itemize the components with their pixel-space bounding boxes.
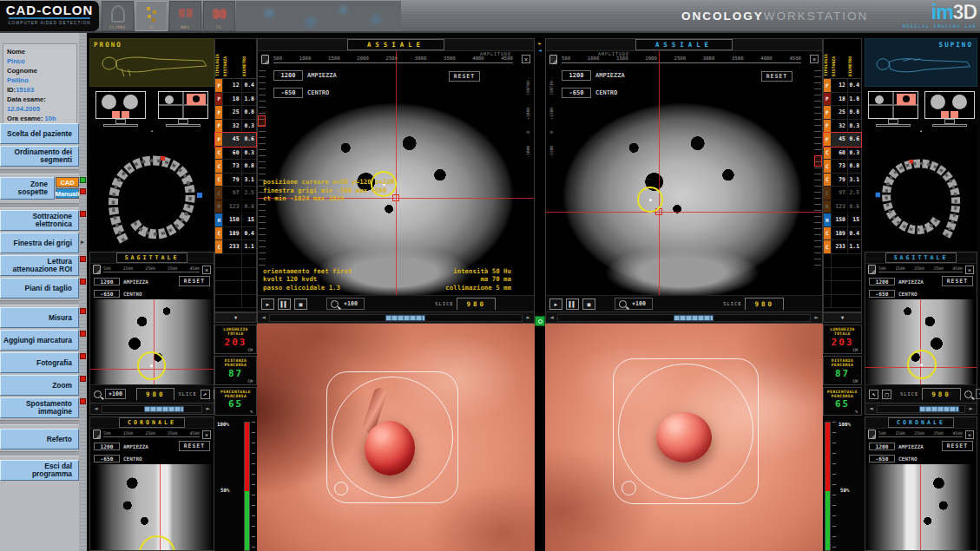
slice-value[interactable]: 980 <box>745 298 784 310</box>
mode-button-mri[interactable]: MRI <box>169 1 201 31</box>
mode-button-tc-mri[interactable]: TC/MRI <box>102 1 134 31</box>
table-row[interactable]: P 18 1.8 <box>824 93 861 107</box>
pause-icon[interactable]: ▌▌ <box>278 298 291 310</box>
close-icon[interactable]: × <box>522 55 530 63</box>
reset-button[interactable]: RESET <box>179 441 210 451</box>
slice-scrollbar[interactable]: ◄ ► <box>258 312 534 323</box>
table-row[interactable]: C 189 0.4 <box>824 227 861 241</box>
slice-scrollbar[interactable]: ◄ ► <box>546 312 822 323</box>
amplitude-ruler[interactable]: 50010001500200025003000350040004500 <box>562 56 801 63</box>
window-ruler[interactable]: 5001500250035004500 <box>103 431 200 437</box>
sidebar-button-zoom[interactable]: Zoom <box>0 375 79 396</box>
document-icon[interactable] <box>93 430 101 439</box>
play-icon[interactable]: ▶ <box>261 298 274 310</box>
sidebar-button-finestra-grigi[interactable]: Finestra dei grigi <box>0 233 79 253</box>
table-row[interactable]: C 60 0.3 <box>824 147 861 161</box>
reset-button[interactable]: RESET <box>761 71 793 82</box>
table-row[interactable]: F 25 0.8 <box>824 106 861 120</box>
scroll-thumb[interactable] <box>385 315 425 321</box>
document-icon[interactable] <box>868 430 876 439</box>
ampiezza-value[interactable]: 1200 <box>869 443 895 450</box>
centro-value[interactable]: -650 <box>562 88 591 98</box>
table-row[interactable]: C 233 1.1 <box>215 240 256 254</box>
pan-tool-icon[interactable]: ⬈ <box>201 390 210 399</box>
table-row[interactable]: F 45 0.6 <box>824 133 861 147</box>
sidebar-button-misura[interactable]: Misura <box>0 307 79 328</box>
mode-button-tc-lung[interactable]: TC <box>203 1 235 31</box>
sidebar-button-fotografia[interactable]: Fotografia <box>0 352 79 373</box>
document-icon[interactable] <box>549 55 557 64</box>
layout-monitor-split[interactable] <box>868 91 918 128</box>
table-row[interactable]: R 123 0.6 <box>215 200 256 214</box>
centro-value[interactable]: -650 <box>94 455 120 462</box>
zoom-plus-button[interactable]: +100 <box>326 298 365 310</box>
sidebar-button-sottrazione[interactable]: Sottrazione elettronica <box>0 210 79 231</box>
table-row[interactable]: C 73 0.8 <box>215 160 256 174</box>
zoom-plus-button[interactable]: +100 <box>105 389 126 399</box>
endoscopic-view-right[interactable] <box>545 324 823 551</box>
slice-value[interactable]: 980 <box>457 298 496 310</box>
pause-icon[interactable]: ▌▌ <box>566 298 579 310</box>
table-row[interactable]: P 18 1.8 <box>215 93 256 107</box>
table-scroll-down-button[interactable]: ▼ <box>214 312 257 323</box>
scroll-left-icon[interactable]: ◄ <box>865 405 877 412</box>
zone-sospette-cad-button[interactable]: CAD <box>56 177 79 187</box>
table-row[interactable]: C 79 3.1 <box>824 174 861 187</box>
scroll-right-icon[interactable]: ► <box>202 405 214 412</box>
scroll-thumb[interactable] <box>674 315 714 321</box>
table-row[interactable]: R 123 0.6 <box>824 200 861 214</box>
sidebar-button-esci[interactable]: Esci dal programma <box>0 460 79 481</box>
table-row[interactable]: F 12 0.4 <box>215 79 256 93</box>
scroll-left-icon[interactable]: ◄ <box>90 405 102 412</box>
slice-scrollbar[interactable]: ◄ ► <box>90 403 214 414</box>
colon-map-right[interactable] <box>865 132 977 250</box>
layout-monitor-quad[interactable] <box>95 91 146 128</box>
zoom-plus-button[interactable]: +100 <box>976 389 980 399</box>
play-icon[interactable]: ▶ <box>549 298 562 310</box>
endoscopic-view-left[interactable] <box>257 324 535 551</box>
table-row[interactable]: F 32 0.3 <box>824 120 861 134</box>
table-row[interactable]: C 73 0.8 <box>824 160 861 174</box>
window-tool-icon[interactable]: ▢ <box>882 390 891 399</box>
sidebar-button-referto[interactable]: Referto <box>0 429 79 449</box>
table-row[interactable]: C 79 3.1 <box>215 174 256 187</box>
table-row[interactable]: H 150 15 <box>824 213 861 227</box>
axial-ct-image[interactable] <box>555 69 810 295</box>
close-icon[interactable]: × <box>965 430 974 439</box>
sidebar-button-piani-taglio[interactable]: Piani di taglio <box>0 278 79 298</box>
sidebar-button-ordinamento-segmenti[interactable]: Ordinamento dei segmenti <box>0 146 79 167</box>
zoom-plus-button[interactable]: +100 <box>615 298 653 310</box>
stop-icon[interactable]: ■ <box>582 298 595 310</box>
swap-right-icon[interactable]: ◄ <box>535 47 545 53</box>
mode-button-tc-colon[interactable]: TC <box>135 1 168 31</box>
document-icon[interactable] <box>93 265 101 274</box>
table-row[interactable]: F 12 0.4 <box>824 79 861 93</box>
centro-value[interactable]: -650 <box>273 88 303 98</box>
table-row[interactable]: C 97 2.5 <box>215 187 256 200</box>
reset-button[interactable]: RESET <box>179 276 210 286</box>
scroll-left-icon[interactable]: ◄ <box>258 314 269 321</box>
table-row[interactable]: F 25 0.8 <box>215 106 256 120</box>
amplitude-ruler[interactable]: 50010001500200025003000350040004500 <box>273 56 513 63</box>
coronal-ct-image[interactable] <box>90 464 214 550</box>
table-row[interactable]: C 189 0.4 <box>215 227 256 241</box>
slice-value[interactable]: 980 <box>922 388 961 400</box>
document-icon[interactable] <box>868 265 876 274</box>
close-icon[interactable]: × <box>965 266 974 274</box>
layout-monitor-quad[interactable] <box>924 91 975 128</box>
reset-button[interactable]: RESET <box>942 441 973 451</box>
window-ruler[interactable]: 5001500250035004500 <box>878 431 963 437</box>
close-icon[interactable]: × <box>810 55 819 63</box>
table-row[interactable]: H 150 15 <box>215 213 256 227</box>
sidebar-button-aggiungi-marcatura[interactable]: Aggiungi marcatura <box>0 330 79 351</box>
ampiezza-value[interactable]: 1200 <box>562 70 591 81</box>
sagittal-ct-image[interactable] <box>90 299 214 384</box>
window-ruler[interactable]: 5001500250035004500 <box>103 266 200 272</box>
coronal-ct-image[interactable] <box>865 464 977 550</box>
scroll-right-icon[interactable]: ► <box>965 405 977 412</box>
slice-scrollbar[interactable]: ◄ ► <box>865 403 977 414</box>
sidebar-button-scelta-paziente[interactable]: Scelta del paziente <box>0 123 79 144</box>
ampiezza-value[interactable]: 1200 <box>869 278 895 285</box>
swap-left-icon[interactable]: ► <box>535 40 545 46</box>
stop-icon[interactable]: ■ <box>294 298 307 310</box>
